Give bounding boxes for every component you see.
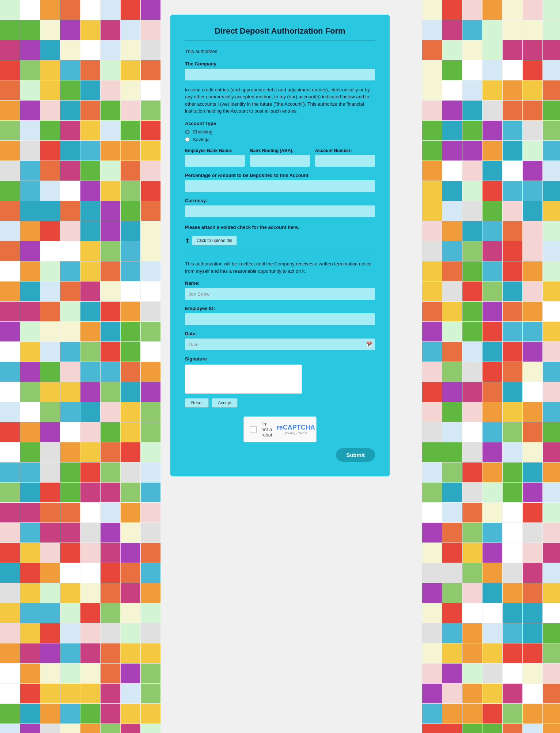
recaptcha-logo: reCAPTCHA Privacy - Terms bbox=[277, 424, 315, 435]
signature-buttons: Reset Accept bbox=[185, 398, 375, 408]
signature-label: Signature bbox=[185, 356, 375, 362]
accept-button[interactable]: Accept bbox=[212, 398, 238, 408]
deposit-label: Percentage or Amount to be Deposited to … bbox=[185, 173, 375, 178]
signature-box[interactable] bbox=[185, 364, 302, 394]
recaptcha-text: I'm not a robot bbox=[261, 421, 272, 438]
body-text: to send credit entries (and appropriate … bbox=[185, 86, 375, 115]
radio-savings[interactable]: Savings bbox=[185, 137, 375, 142]
submit-button[interactable]: Submit bbox=[336, 448, 375, 462]
savings-radio[interactable] bbox=[185, 137, 190, 142]
authorization-text: This authorization will be in effect unt… bbox=[185, 260, 375, 275]
radio-checking[interactable]: Checking bbox=[185, 129, 375, 135]
name-input[interactable] bbox=[185, 288, 375, 300]
upload-area[interactable]: ⬆ Click to upload file bbox=[185, 236, 375, 245]
savings-label: Savings bbox=[193, 137, 209, 142]
date-label: Date: bbox=[185, 331, 375, 336]
employee-id-input[interactable] bbox=[185, 313, 375, 325]
bank-name-label: Employee Bank Name: bbox=[185, 148, 245, 153]
bank-routing-col: Bank Routing (ABA): bbox=[250, 148, 310, 167]
employee-id-label: Employee ID: bbox=[185, 306, 375, 311]
form-card: Direct Deposit Authorization Form This a… bbox=[170, 15, 390, 476]
account-number-col: Account Number: bbox=[315, 148, 375, 167]
currency-input[interactable] bbox=[185, 205, 375, 217]
bank-name-col: Employee Bank Name: bbox=[185, 148, 245, 167]
company-label: The Company bbox=[185, 61, 375, 67]
recaptcha-box[interactable]: I'm not a robot reCAPTCHA Privacy - Term… bbox=[243, 416, 317, 442]
currency-label: Currency: bbox=[185, 198, 375, 203]
recaptcha-checkbox[interactable] bbox=[250, 426, 257, 433]
upload-icon: ⬆ bbox=[185, 237, 190, 244]
intro-text: This authorizes bbox=[185, 48, 375, 55]
upload-button[interactable]: Click to upload file bbox=[192, 236, 237, 245]
account-number-input[interactable] bbox=[315, 155, 375, 167]
bank-name-input[interactable] bbox=[185, 155, 245, 167]
divider-1 bbox=[185, 253, 375, 253]
deposit-input[interactable] bbox=[185, 180, 375, 192]
account-type-label: Account Type bbox=[185, 121, 375, 126]
account-number-label: Account Number: bbox=[315, 148, 375, 153]
reset-button[interactable]: Reset bbox=[185, 398, 209, 408]
checking-radio[interactable] bbox=[185, 129, 190, 134]
checking-label: Checking bbox=[193, 129, 212, 135]
bank-routing-label: Bank Routing (ABA): bbox=[250, 148, 310, 153]
name-label: Name: bbox=[185, 280, 375, 286]
bank-fields-row: Employee Bank Name: Bank Routing (ABA): … bbox=[185, 148, 375, 167]
date-input[interactable] bbox=[185, 339, 375, 350]
bank-routing-input[interactable] bbox=[250, 155, 310, 167]
recaptcha-area: I'm not a robot reCAPTCHA Privacy - Term… bbox=[185, 416, 375, 442]
form-title: Direct Deposit Authorization Form bbox=[185, 26, 375, 41]
account-type-section: Account Type Checking Savings bbox=[185, 121, 375, 142]
company-input[interactable] bbox=[185, 69, 375, 80]
submit-row: Submit bbox=[185, 448, 375, 462]
attach-label: Please attach a voided check for the acc… bbox=[185, 224, 375, 231]
